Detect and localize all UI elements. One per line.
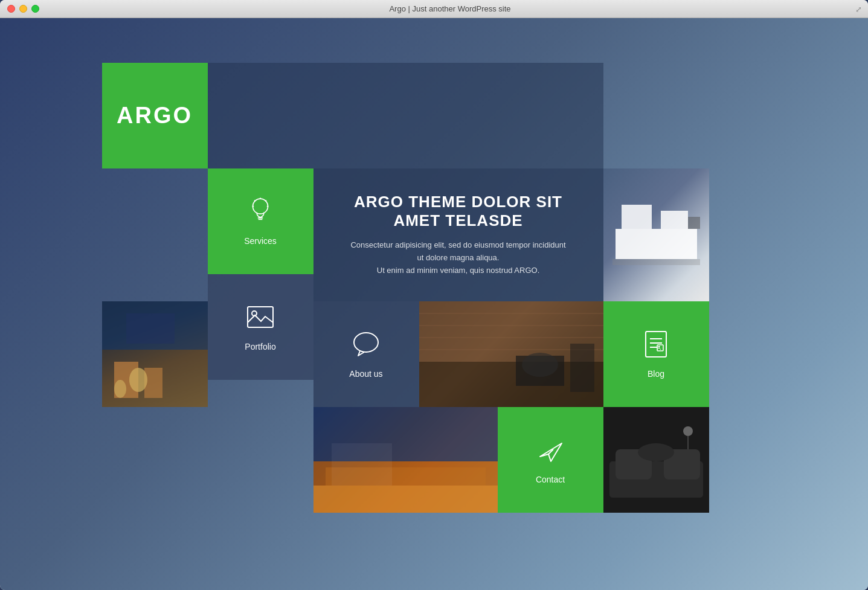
svg-line-6 — [254, 200, 256, 202]
svg-point-37 — [658, 346, 660, 348]
browser-content: ARGO Services — [0, 18, 868, 590]
svg-rect-42 — [332, 443, 392, 486]
title-bar: Argo | Just another WordPress site ⤢ — [0, 0, 868, 18]
svg-rect-20 — [248, 307, 273, 327]
photo-furniture — [603, 168, 709, 301]
logo-tile[interactable]: ARGO — [102, 63, 208, 168]
photo-sunset — [313, 407, 498, 513]
svg-point-48 — [683, 426, 693, 436]
traffic-lights — [7, 5, 39, 13]
svg-rect-8 — [616, 229, 697, 259]
furniture-illustration — [603, 168, 709, 301]
svg-rect-12 — [612, 259, 700, 265]
photo-wood — [419, 301, 603, 407]
svg-rect-10 — [661, 211, 688, 229]
svg-rect-32 — [646, 332, 666, 357]
contact-tile[interactable]: Contact — [498, 407, 603, 513]
contact-label: Contact — [536, 475, 565, 484]
hero-tile: ARGO THEME DOLOR SIT AMET TELASDE Consec… — [313, 168, 603, 301]
about-us-label: About us — [349, 369, 382, 379]
close-button[interactable] — [7, 5, 15, 13]
blog-tile[interactable]: Blog — [603, 301, 709, 407]
svg-point-30 — [522, 353, 558, 377]
logo-text: ARGO — [117, 103, 193, 129]
chat-icon — [351, 329, 381, 359]
browser-window: Argo | Just another WordPress site ⤢ ARG… — [0, 0, 868, 590]
photo-lounge — [603, 407, 709, 513]
svg-rect-19 — [126, 313, 175, 344]
photo-furniture-tile — [603, 168, 709, 301]
svg-rect-9 — [622, 205, 652, 229]
portfolio-tile[interactable]: Portfolio — [208, 274, 313, 380]
services-label: Services — [244, 236, 277, 246]
photo-rooftop — [102, 301, 208, 407]
image-icon — [245, 302, 275, 332]
page-title: Argo | Just another WordPress site — [39, 4, 861, 13]
interior-illustration — [419, 301, 603, 407]
svg-point-22 — [354, 333, 378, 352]
hero-subtitle: Consectetur adipisicing elit, sed do eiu… — [350, 239, 565, 277]
photo-lounge-tile — [603, 407, 709, 513]
svg-line-4 — [265, 200, 266, 202]
svg-point-16 — [129, 368, 147, 392]
expand-icon[interactable]: ⤢ — [855, 5, 862, 14]
hero-background — [208, 63, 603, 168]
photo-rooftop-tile — [102, 301, 208, 407]
sunset-illustration — [313, 407, 498, 513]
svg-rect-31 — [570, 344, 594, 392]
lounge-illustration — [603, 407, 709, 513]
svg-rect-36 — [657, 345, 663, 351]
lightbulb-icon — [245, 196, 275, 226]
hero-title: ARGO THEME DOLOR SIT AMET TELASDE — [332, 193, 585, 230]
document-icon — [641, 329, 671, 359]
main-grid: ARGO Services — [102, 63, 767, 546]
rooftop-illustration — [102, 301, 208, 407]
svg-rect-11 — [688, 217, 700, 229]
photo-wood-tile — [419, 301, 603, 407]
paper-plane-icon — [535, 435, 565, 465]
photo-sunset-tile — [313, 407, 498, 513]
maximize-button[interactable] — [31, 5, 39, 13]
minimize-button[interactable] — [19, 5, 27, 13]
svg-rect-40 — [313, 486, 498, 513]
blog-label: Blog — [648, 369, 664, 379]
about-us-tile[interactable]: About us — [313, 301, 419, 407]
portfolio-label: Portfolio — [245, 342, 275, 351]
svg-point-47 — [638, 443, 674, 461]
svg-point-17 — [114, 380, 126, 398]
services-tile[interactable]: Services — [208, 168, 313, 274]
